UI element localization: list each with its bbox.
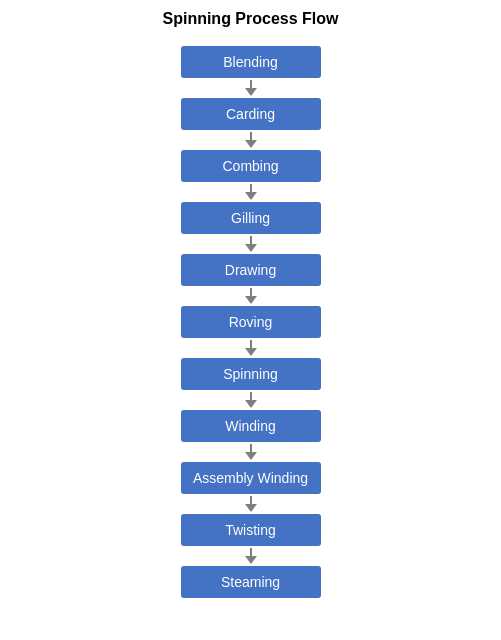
arrow-line xyxy=(250,184,252,192)
flow-arrow xyxy=(245,184,257,200)
flow-step-winding: Winding xyxy=(181,410,321,442)
arrow-line xyxy=(250,444,252,452)
flow-step-twisting: Twisting xyxy=(181,514,321,546)
arrow-head xyxy=(245,348,257,356)
arrow-head xyxy=(245,244,257,252)
arrow-head xyxy=(245,504,257,512)
arrow-line xyxy=(250,288,252,296)
flow-step-blending: Blending xyxy=(181,46,321,78)
arrow-head xyxy=(245,140,257,148)
flow-step-carding: Carding xyxy=(181,98,321,130)
flow-step-combing: Combing xyxy=(181,150,321,182)
arrow-head xyxy=(245,452,257,460)
flow-step-spinning: Spinning xyxy=(181,358,321,390)
arrow-line xyxy=(250,496,252,504)
flow-arrow xyxy=(245,392,257,408)
flow-arrow xyxy=(245,132,257,148)
arrow-line xyxy=(250,340,252,348)
arrow-head xyxy=(245,296,257,304)
flow-arrow xyxy=(245,288,257,304)
arrow-line xyxy=(250,548,252,556)
flow-step-roving: Roving xyxy=(181,306,321,338)
flow-arrow xyxy=(245,340,257,356)
arrow-line xyxy=(250,392,252,400)
arrow-line xyxy=(250,236,252,244)
arrow-head xyxy=(245,400,257,408)
flow-arrow xyxy=(245,496,257,512)
flow-arrow xyxy=(245,80,257,96)
arrow-head xyxy=(245,556,257,564)
flow-step-assembly-winding: Assembly Winding xyxy=(181,462,321,494)
arrow-head xyxy=(245,88,257,96)
arrow-line xyxy=(250,80,252,88)
flow-step-gilling: Gilling xyxy=(181,202,321,234)
page-title: Spinning Process Flow xyxy=(162,10,338,28)
flow-step-drawing: Drawing xyxy=(181,254,321,286)
flow-arrow xyxy=(245,444,257,460)
flow-arrow xyxy=(245,236,257,252)
flow-step-steaming: Steaming xyxy=(181,566,321,598)
flow-arrow xyxy=(245,548,257,564)
arrow-head xyxy=(245,192,257,200)
arrow-line xyxy=(250,132,252,140)
flow-container: BlendingCardingCombingGillingDrawingRovi… xyxy=(181,46,321,598)
